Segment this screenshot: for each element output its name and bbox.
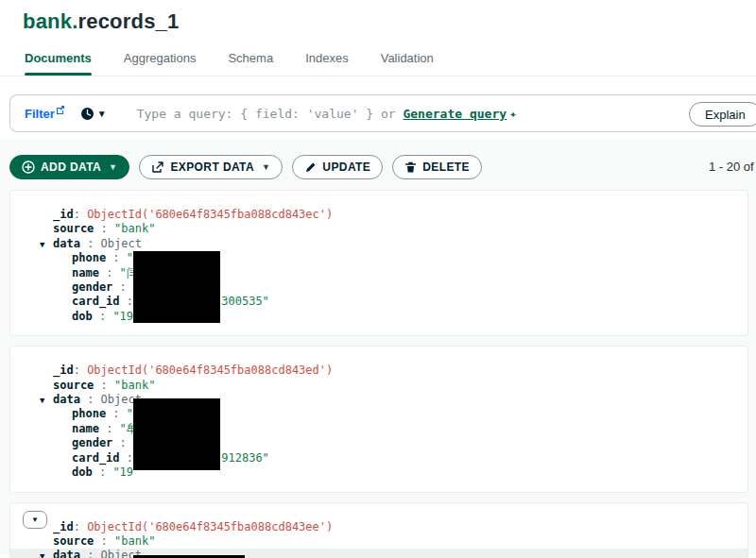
document-field-row[interactable]: ▼data : Object bbox=[10, 393, 747, 407]
tab-label: Indexes bbox=[305, 51, 349, 73]
document-field-row[interactable]: gender : bbox=[10, 280, 747, 295]
field-value: " bbox=[127, 251, 133, 264]
export-data-button[interactable]: EXPORT DATA ▼ bbox=[139, 155, 283, 179]
field-value: Object bbox=[101, 237, 142, 250]
document-card: _id: ObjectId('680e64f8345fba088cd843ed'… bbox=[9, 346, 748, 492]
field-key: phone bbox=[72, 251, 106, 264]
field-value: 912836" bbox=[221, 451, 269, 465]
documents-toolbar: ADD DATA ▼ EXPORT DATA ▼ UPDATE DELETE 1… bbox=[9, 155, 756, 179]
query-input[interactable]: Type a query: { field: 'value' } or Gene… bbox=[137, 107, 517, 121]
field-separator: : bbox=[80, 549, 101, 558]
field-value: ObjectId('680e64f8345fba088cd843ee') bbox=[87, 520, 333, 533]
document-field-row[interactable]: card_id : 912836" bbox=[10, 451, 747, 465]
field-key: data bbox=[53, 393, 80, 406]
document-field-row[interactable]: gender : bbox=[10, 436, 747, 450]
generate-query-link[interactable]: Generate query bbox=[403, 107, 507, 121]
field-separator: : bbox=[99, 422, 120, 435]
collection-header: bank.records_1 bbox=[0, 0, 756, 34]
delete-label: DELETE bbox=[422, 161, 470, 174]
tab-aggregations[interactable]: Aggregations bbox=[122, 51, 198, 76]
field-key: source bbox=[53, 379, 94, 392]
field-separator: : bbox=[94, 222, 114, 235]
field-key: _id bbox=[53, 520, 74, 533]
field-separator: : bbox=[74, 520, 87, 533]
field-key: _id bbox=[53, 364, 74, 377]
document-field-row[interactable]: card_id : 300535" bbox=[10, 295, 747, 309]
field-separator: : bbox=[106, 251, 127, 264]
field-key: source bbox=[53, 534, 94, 548]
field-separator: : bbox=[80, 393, 101, 406]
document-field-row[interactable]: ▼data : Object bbox=[10, 549, 747, 558]
field-separator: : bbox=[106, 407, 127, 420]
document-field-row[interactable]: name : "闫 bbox=[10, 266, 747, 280]
field-key: name bbox=[72, 422, 99, 435]
document-field-row[interactable]: _id: ObjectId('680e64f8345fba088cd843ec'… bbox=[10, 208, 747, 222]
collection-tabs: DocumentsAggregationsSchemaIndexesValida… bbox=[23, 51, 756, 76]
field-separator: : bbox=[80, 237, 101, 250]
filter-link[interactable]: Filter bbox=[25, 107, 65, 121]
document-field-row[interactable]: source : "bank" bbox=[10, 379, 747, 393]
tab-validation[interactable]: Validation bbox=[379, 51, 436, 76]
document-field-row[interactable]: _id: ObjectId('680e64f8345fba088cd843ee'… bbox=[10, 520, 747, 534]
sparkle-icon: ✦ bbox=[509, 107, 517, 121]
delete-button[interactable]: DELETE bbox=[392, 155, 482, 179]
page-title: bank.records_1 bbox=[23, 9, 756, 34]
collapse-caret-icon[interactable]: ▼ bbox=[40, 394, 44, 408]
filter-link-label: Filter bbox=[25, 107, 55, 121]
redaction-box bbox=[133, 251, 220, 323]
tab-label: Documents bbox=[25, 51, 92, 73]
results-count: 1 - 20 of bbox=[709, 160, 754, 174]
field-value: 300535" bbox=[221, 295, 269, 308]
document-field-row[interactable]: source : "bank" bbox=[10, 222, 747, 236]
field-key: phone bbox=[72, 407, 106, 420]
field-separator: : bbox=[93, 465, 113, 479]
chevron-down-icon: ▼ bbox=[262, 162, 270, 172]
field-key: source bbox=[53, 222, 94, 235]
explain-button[interactable]: Explain bbox=[689, 102, 756, 127]
tab-label: Aggregations bbox=[124, 51, 197, 73]
update-button[interactable]: UPDATE bbox=[292, 155, 383, 179]
field-key: dob bbox=[72, 310, 93, 323]
field-key: card_id bbox=[72, 295, 120, 308]
clock-icon bbox=[80, 107, 94, 121]
plus-circle-icon bbox=[22, 161, 35, 174]
document-field-row[interactable]: phone : " bbox=[10, 407, 747, 421]
document-field-row[interactable]: _id: ObjectId('680e64f8345fba088cd843ed'… bbox=[10, 364, 747, 378]
collapse-caret-icon[interactable]: ▼ bbox=[40, 550, 44, 558]
document-field-row[interactable]: source : "bank" bbox=[10, 534, 747, 549]
trash-icon bbox=[404, 161, 417, 174]
document-field-row[interactable]: dob : "19 bbox=[10, 465, 747, 480]
tab-label: Schema bbox=[228, 51, 273, 73]
document-field-row[interactable]: dob : "19 bbox=[10, 310, 747, 324]
field-value: "bank" bbox=[114, 534, 155, 548]
field-value: "19 bbox=[112, 310, 133, 323]
tab-indexes[interactable]: Indexes bbox=[303, 51, 351, 76]
field-separator: : bbox=[74, 208, 87, 221]
field-separator: : bbox=[94, 379, 114, 392]
query-bar-section: Filter ▼ Type a query: { field: 'value' … bbox=[0, 76, 756, 139]
query-history-button[interactable]: ▼ bbox=[80, 107, 107, 121]
document-field-row[interactable]: phone : " bbox=[10, 251, 747, 265]
field-separator: : bbox=[74, 364, 87, 377]
add-data-button[interactable]: ADD DATA ▼ bbox=[9, 155, 129, 179]
document-card: ▼_id: ObjectId('680e64f8345fba088cd843ee… bbox=[9, 502, 748, 558]
tab-label: Validation bbox=[381, 51, 434, 73]
field-value: ObjectId('680e64f8345fba088cd843ed') bbox=[87, 364, 333, 377]
field-separator: : bbox=[112, 436, 126, 449]
query-placeholder-text: Type a query: { field: 'value' } or bbox=[137, 107, 404, 121]
chevron-down-icon: ▼ bbox=[97, 109, 107, 119]
field-value: ObjectId('680e64f8345fba088cd843ec') bbox=[87, 208, 333, 221]
document-field-row[interactable]: ▼data : Object bbox=[10, 237, 747, 251]
chevron-down-icon: ▼ bbox=[109, 162, 117, 172]
field-value: "bank" bbox=[114, 222, 155, 235]
document-field-row[interactable]: name : "牟 bbox=[10, 422, 747, 436]
collapse-caret-icon[interactable]: ▼ bbox=[40, 238, 44, 252]
query-bar: Filter ▼ Type a query: { field: 'value' … bbox=[9, 94, 756, 132]
document-card: _id: ObjectId('680e64f8345fba088cd843ec'… bbox=[9, 190, 748, 336]
tab-schema[interactable]: Schema bbox=[226, 51, 275, 76]
pencil-icon bbox=[304, 161, 317, 174]
tab-documents[interactable]: Documents bbox=[23, 51, 94, 76]
field-key: card_id bbox=[72, 451, 120, 465]
field-value: "bank" bbox=[114, 379, 155, 392]
expand-document-button[interactable]: ▼ bbox=[23, 511, 47, 529]
